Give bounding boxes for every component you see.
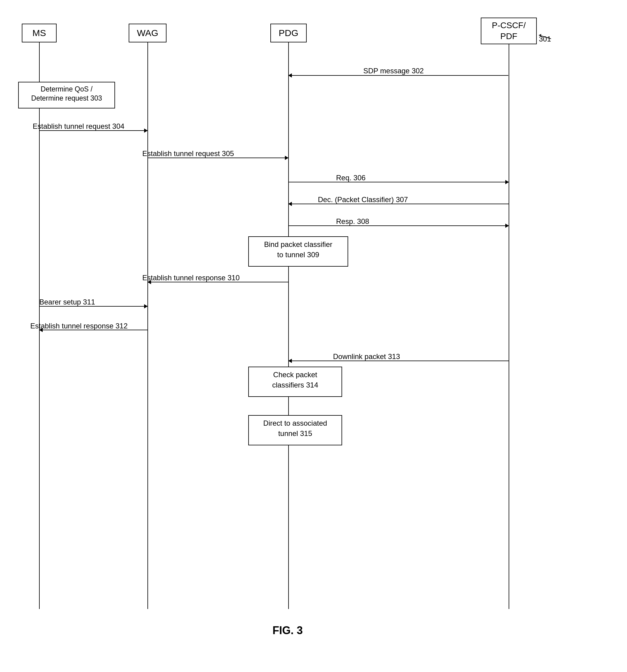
box-bind309: Bind packet classifierto tunnel 309 (248, 236, 348, 267)
entity-ms: MS (22, 24, 57, 42)
arrow-resp308 (289, 225, 509, 226)
box-qos303: Determine QoS /Determine request 303 (18, 82, 115, 109)
arrow-req306 (289, 182, 509, 183)
label-tunnel310: Establish tunnel response 310 (142, 273, 240, 282)
label-dec307: Dec. (Packet Classifier) 307 (318, 195, 408, 204)
arrow-sdp302 (289, 75, 508, 76)
entity-wag: WAG (129, 24, 167, 42)
label-tunnel304: Establish tunnel request 304 (33, 122, 124, 130)
entity-pcscf: P-CSCF/PDF (481, 18, 537, 44)
label-bearer311: Bearer setup 311 (40, 298, 95, 306)
label-tunnel312: Establish tunnel response 312 (30, 322, 128, 330)
entity-pdg: PDG (270, 24, 307, 42)
box-check314: Check packetclassifiers 314 (248, 367, 342, 397)
ref-301-arrow (536, 33, 554, 42)
label-resp308: Resp. 308 (336, 217, 369, 226)
figure-caption: FIG. 3 (227, 624, 348, 637)
box-direct315: Direct to associatedtunnel 315 (248, 415, 342, 446)
label-tunnel305: Establish tunnel request 305 (142, 149, 234, 158)
sequence-diagram: MS WAG PDG P-CSCF/PDF 301 SDP message 30… (0, 0, 627, 672)
label-downlink313: Downlink packet 313 (333, 352, 400, 361)
lifeline-pdg (288, 42, 289, 609)
lifeline-pcscf (509, 44, 509, 609)
label-sdp302: SDP message 302 (363, 67, 424, 75)
label-req306: Req. 306 (336, 174, 366, 182)
lifeline-wag (147, 42, 148, 609)
